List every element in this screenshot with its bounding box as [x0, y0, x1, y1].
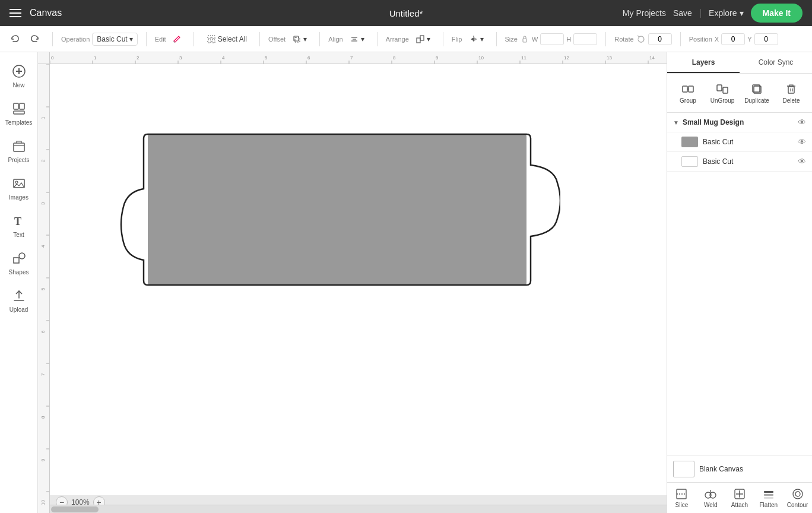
sidebar-item-upload[interactable]: Upload	[2, 283, 36, 318]
canvas-background[interactable]	[50, 64, 667, 495]
layers-list: ▼ Small Mug Design 👁 Basic Cut 👁 Basic C…	[667, 113, 812, 455]
y-input[interactable]	[754, 33, 778, 45]
sidebar-item-text[interactable]: T Text	[2, 208, 36, 243]
svg-text:14: 14	[649, 55, 655, 61]
slice-button[interactable]: Slice	[667, 483, 696, 513]
group-button[interactable]: Group	[672, 78, 704, 107]
scrollbar-thumb[interactable]	[51, 506, 99, 512]
x-label: X	[715, 36, 719, 43]
attach-button[interactable]: Attach	[725, 483, 754, 513]
sidebar-item-new[interactable]: New	[2, 58, 36, 93]
nav-right: My Projects Save | Explore ▾ Make It	[623, 4, 803, 23]
rotate-input[interactable]	[648, 33, 672, 45]
layer-item-1[interactable]: Basic Cut 👁	[667, 132, 812, 152]
svg-text:2: 2	[137, 55, 139, 61]
flatten-icon	[762, 487, 775, 501]
layer-group-visibility-icon[interactable]: 👁	[798, 118, 806, 127]
sidebar-item-images[interactable]: Images	[2, 170, 36, 205]
panel-actions: Group UnGroup Duplicate De	[667, 74, 812, 113]
canvas-area[interactable]: 0 1 2 3 4 5 6 7 8 9 10	[38, 52, 667, 513]
flip-button[interactable]: ▾	[465, 32, 488, 46]
make-it-button[interactable]: Make It	[751, 4, 803, 23]
x-input[interactable]	[721, 33, 745, 45]
svg-rect-6	[294, 36, 299, 41]
app-name: Canvas	[30, 8, 62, 18]
weld-button[interactable]: Weld	[696, 483, 725, 513]
redo-button[interactable]	[26, 32, 44, 46]
text-icon: T	[11, 213, 27, 229]
main-toolbar: Operation Basic Cut ▾ Edit Select All Of…	[0, 26, 812, 52]
images-icon	[11, 175, 27, 192]
save-link[interactable]: Save	[673, 8, 692, 18]
chevron-down-icon: ▼	[673, 119, 679, 126]
svg-text:2: 2	[40, 159, 46, 162]
height-input[interactable]	[573, 33, 597, 45]
top-navigation: Canvas Untitled* My Projects Save | Expl…	[0, 0, 812, 26]
operation-group: Operation Basic Cut ▾	[61, 33, 138, 46]
duplicate-button[interactable]: Duplicate	[741, 78, 773, 107]
arrange-button[interactable]: ▾	[411, 32, 434, 46]
menu-button[interactable]	[9, 9, 21, 17]
svg-text:7: 7	[40, 373, 46, 376]
align-button[interactable]: ▾	[345, 32, 369, 46]
svg-rect-12	[420, 36, 424, 40]
offset-label: Offset	[268, 36, 286, 43]
sep2	[146, 32, 147, 46]
operation-select[interactable]: Basic Cut ▾	[92, 33, 137, 46]
explore-button[interactable]: Explore ▾	[709, 8, 743, 18]
layer-visibility-icon-2[interactable]: 👁	[798, 157, 806, 166]
flatten-button[interactable]: Flatten	[754, 483, 783, 513]
offset-icon	[292, 34, 302, 44]
lock-icon	[520, 34, 529, 44]
layer-group-header[interactable]: ▼ Small Mug Design 👁	[667, 113, 812, 132]
svg-rect-22	[14, 179, 24, 188]
arrange-group: Arrange ▾	[386, 32, 434, 46]
edit-button[interactable]	[169, 33, 185, 46]
arrange-icon	[415, 34, 425, 44]
y-label: Y	[747, 36, 751, 43]
size-group: Size W H	[505, 33, 598, 45]
upload-icon	[11, 287, 27, 304]
undo-button[interactable]	[6, 32, 24, 46]
undo-icon	[10, 34, 20, 44]
sidebar-item-templates[interactable]: Templates	[2, 96, 36, 131]
align-group: Align ▾	[328, 32, 368, 46]
layer-visibility-icon-1[interactable]: 👁	[798, 137, 806, 147]
tab-layers[interactable]: Layers	[667, 52, 740, 73]
svg-point-23	[15, 181, 18, 183]
my-projects-link[interactable]: My Projects	[623, 8, 666, 18]
svg-text:T: T	[14, 216, 21, 227]
layer-item-2[interactable]: Basic Cut 👁	[667, 152, 812, 172]
svg-text:10: 10	[478, 55, 484, 61]
layer-name-2: Basic Cut	[703, 157, 793, 166]
select-all-button[interactable]: Select All	[202, 32, 251, 46]
blank-canvas-button[interactable]: Blank Canvas	[667, 455, 812, 482]
tab-color-sync[interactable]: Color Sync	[740, 52, 812, 73]
width-input[interactable]	[540, 33, 564, 45]
sidebar-item-shapes[interactable]: Shapes	[2, 245, 36, 280]
ruler-left-svg: 1 2 3 4 5 6 7 8 9 10	[38, 64, 50, 513]
align-label: Align	[328, 36, 342, 43]
svg-rect-83	[723, 87, 728, 93]
svg-text:4: 4	[40, 245, 46, 248]
blank-canvas-thumb	[673, 461, 694, 477]
delete-button[interactable]: Delete	[775, 78, 807, 107]
weld-icon	[704, 487, 717, 501]
sidebar-item-projects[interactable]: Projects	[2, 133, 36, 168]
panel-tabs: Layers Color Sync	[667, 52, 812, 74]
contour-button[interactable]: Contour	[783, 483, 812, 513]
align-icon	[350, 34, 359, 44]
svg-text:3: 3	[179, 55, 182, 61]
mug-svg	[115, 118, 560, 302]
offset-button[interactable]: ▾	[288, 32, 311, 46]
sep6	[377, 32, 378, 46]
svg-rect-18	[14, 103, 18, 109]
svg-text:4: 4	[222, 55, 225, 61]
canvas-scrollbar[interactable]	[50, 505, 667, 513]
mug-shape[interactable]	[115, 118, 560, 302]
svg-rect-81	[689, 86, 693, 92]
svg-text:8: 8	[40, 416, 46, 419]
svg-text:1: 1	[40, 116, 46, 119]
svg-text:11: 11	[521, 55, 526, 61]
ungroup-button[interactable]: UnGroup	[706, 78, 738, 107]
